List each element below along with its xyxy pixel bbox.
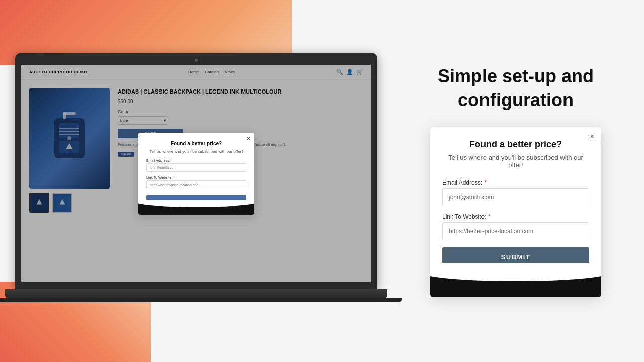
laptop-section: ARCHITECHPRO OÜ DEMO Home Catalog News 🔍… bbox=[5, 0, 387, 362]
email-field-container-large: Email Address: * bbox=[442, 179, 589, 206]
laptop-screen: ARCHITECHPRO OÜ DEMO Home Catalog News 🔍… bbox=[21, 65, 371, 282]
email-label-large: Email Address: * bbox=[442, 179, 589, 186]
store-ui: ARCHITECHPRO OÜ DEMO Home Catalog News 🔍… bbox=[21, 65, 371, 282]
laptop: ARCHITECHPRO OÜ DEMO Home Catalog News 🔍… bbox=[13, 53, 380, 309]
modal-close-button[interactable]: × bbox=[247, 136, 250, 142]
link-field-container-large: Link To Website: * bbox=[442, 213, 589, 240]
modal-large-close-button[interactable]: × bbox=[590, 132, 594, 141]
email-input-large[interactable] bbox=[442, 188, 589, 206]
tagline-heading: Simple set-up and configuration bbox=[438, 65, 594, 112]
modal-large-wave bbox=[430, 272, 601, 297]
modal-large-title: Found a better price? bbox=[442, 139, 589, 150]
better-price-modal-small: × Found a better price? Tell us where an… bbox=[138, 133, 254, 215]
modal-overlay: × Found a better price? Tell us where an… bbox=[21, 65, 371, 282]
modal-large-subtitle: Tell us where and you'll be subscribed w… bbox=[442, 154, 589, 169]
modal-subtitle-small: Tell us where and you'll be subscribed w… bbox=[146, 149, 246, 154]
link-label-large: Link To Website: * bbox=[442, 213, 589, 220]
laptop-bezel: ARCHITECHPRO OÜ DEMO Home Catalog News 🔍… bbox=[15, 53, 377, 289]
main-container: ARCHITECHPRO OÜ DEMO Home Catalog News 🔍… bbox=[0, 0, 644, 362]
laptop-camera bbox=[195, 59, 198, 62]
email-field-container-small: Email Address: * bbox=[146, 159, 246, 172]
laptop-base bbox=[5, 289, 387, 298]
link-input-small[interactable] bbox=[146, 180, 246, 189]
better-price-modal-large: × Found a better price? Tell us where an… bbox=[430, 127, 601, 297]
link-label-small: Link To Website: * bbox=[146, 176, 246, 179]
modal-title-small: Found a better price? bbox=[146, 141, 246, 146]
link-input-large[interactable] bbox=[442, 222, 589, 240]
right-panel: Simple set-up and configuration × Found … bbox=[387, 55, 644, 307]
email-label-small: Email Address: * bbox=[146, 159, 246, 162]
link-field-container-small: Link To Website: * bbox=[146, 176, 246, 189]
email-input-small[interactable] bbox=[146, 163, 246, 172]
modal-bottom-wave-small bbox=[138, 200, 254, 215]
